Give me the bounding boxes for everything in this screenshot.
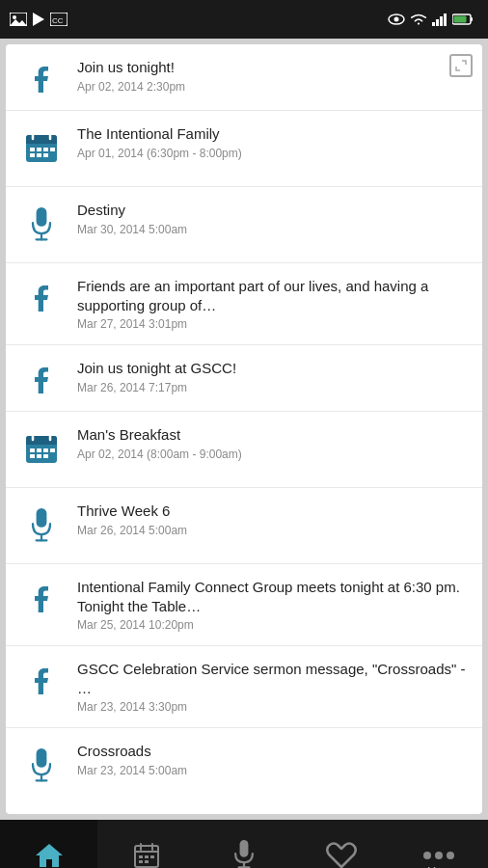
svg-rect-54 bbox=[150, 855, 154, 858]
item-text-block: Crossroads Mar 23, 2014 5:00am bbox=[77, 742, 471, 777]
calendar-icon bbox=[17, 425, 66, 474]
nav-item-home[interactable]: Home bbox=[0, 820, 97, 868]
main-container: Join us tonight! Apr 02, 2014 2:30pm The bbox=[0, 39, 488, 820]
microphone-icon bbox=[17, 742, 66, 790]
svg-point-6 bbox=[394, 17, 399, 22]
item-date: Mar 26, 2014 5:00am bbox=[77, 524, 471, 537]
item-date: Mar 23, 2014 5:00am bbox=[77, 764, 471, 777]
item-date: Apr 01, 2014 (6:30pm - 8:00pm) bbox=[77, 147, 471, 160]
item-date: Mar 30, 2014 5:00am bbox=[77, 223, 471, 236]
svg-rect-24 bbox=[37, 153, 41, 157]
facebook-icon bbox=[17, 359, 66, 397]
item-date: Mar 26, 2014 7:17pm bbox=[77, 381, 471, 394]
item-title: Man's Breakfast bbox=[77, 425, 471, 445]
item-date: Mar 25, 2014 10:20pm bbox=[77, 618, 471, 632]
facebook-icon bbox=[17, 578, 66, 616]
svg-rect-13 bbox=[454, 16, 467, 23]
item-title: Join us tonight at GSCC! bbox=[77, 359, 471, 378]
svg-rect-8 bbox=[436, 19, 439, 26]
item-date: Apr 02, 2014 2:30pm bbox=[77, 80, 471, 94]
svg-rect-7 bbox=[432, 22, 435, 26]
svg-rect-22 bbox=[50, 148, 55, 151]
item-text-block: Join us tonight! Apr 02, 2014 2:30pm bbox=[77, 58, 471, 94]
svg-rect-57 bbox=[240, 840, 249, 857]
status-bar: CC bbox=[0, 0, 488, 39]
nav-item-more[interactable]: More bbox=[391, 820, 488, 868]
feed-item[interactable]: Destiny Mar 30, 2014 5:00am bbox=[6, 187, 482, 263]
svg-marker-2 bbox=[33, 13, 44, 26]
item-title: Intentional Family Connect Group meets t… bbox=[77, 578, 471, 615]
svg-rect-37 bbox=[50, 448, 55, 452]
feed-item[interactable]: Thrive Week 6 Mar 26, 2014 5:00am bbox=[6, 488, 482, 564]
microphone-icon bbox=[17, 201, 66, 249]
bottom-navigation: Home Events Sermons Give bbox=[0, 820, 488, 868]
item-text-block: Destiny Mar 30, 2014 5:00am bbox=[77, 201, 471, 236]
item-text-block: Friends are an important part of our liv… bbox=[77, 277, 471, 331]
svg-rect-34 bbox=[30, 448, 35, 452]
svg-rect-36 bbox=[43, 448, 48, 452]
svg-point-61 bbox=[435, 852, 443, 859]
facebook-icon bbox=[17, 660, 66, 698]
nav-item-give[interactable]: Give bbox=[293, 820, 391, 868]
item-text-block: Man's Breakfast Apr 02, 2014 (8:00am - 9… bbox=[77, 425, 471, 461]
nav-item-sermons[interactable]: Sermons bbox=[195, 820, 292, 868]
feed-item[interactable]: Friends are an important part of our liv… bbox=[6, 263, 482, 345]
item-text-block: Thrive Week 6 Mar 26, 2014 5:00am bbox=[77, 502, 471, 537]
svg-point-62 bbox=[447, 852, 454, 859]
item-title: GSCC Celebration Service sermon message,… bbox=[77, 660, 471, 697]
feed-item[interactable]: GSCC Celebration Service sermon message,… bbox=[6, 646, 482, 728]
svg-rect-56 bbox=[145, 860, 149, 863]
microphone-icon bbox=[17, 502, 66, 550]
item-date: Apr 02, 2014 (8:00am - 9:00am) bbox=[77, 448, 471, 461]
svg-rect-23 bbox=[30, 153, 35, 157]
svg-rect-19 bbox=[30, 148, 35, 151]
svg-point-1 bbox=[13, 15, 16, 19]
item-title: Friends are an important part of our liv… bbox=[77, 277, 471, 314]
item-date: Mar 27, 2014 3:01pm bbox=[77, 317, 471, 331]
svg-rect-12 bbox=[471, 17, 473, 21]
status-left-icons: CC bbox=[10, 13, 68, 26]
facebook-icon bbox=[17, 277, 66, 315]
svg-rect-26 bbox=[37, 207, 47, 227]
feed-item[interactable]: Join us tonight at GSCC! Mar 26, 2014 7:… bbox=[6, 345, 482, 412]
svg-text:CC: CC bbox=[52, 16, 64, 25]
svg-rect-16 bbox=[26, 141, 57, 144]
feed-item[interactable]: Join us tonight! Apr 02, 2014 2:30pm bbox=[6, 44, 482, 111]
svg-rect-9 bbox=[440, 16, 443, 26]
item-text-block: GSCC Celebration Service sermon message,… bbox=[77, 660, 471, 714]
svg-rect-38 bbox=[30, 454, 35, 458]
feed-item[interactable]: The Intentional Family Apr 01, 2014 (6:3… bbox=[6, 111, 482, 187]
item-text-block: Intentional Family Connect Group meets t… bbox=[77, 578, 471, 632]
feed-list[interactable]: Join us tonight! Apr 02, 2014 2:30pm The bbox=[6, 44, 482, 814]
feed-item[interactable]: Crossroads Mar 23, 2014 5:00am bbox=[6, 728, 482, 803]
item-date: Mar 23, 2014 3:30pm bbox=[77, 700, 471, 714]
svg-rect-20 bbox=[37, 148, 41, 151]
item-title: The Intentional Family bbox=[77, 124, 471, 144]
item-title: Thrive Week 6 bbox=[77, 502, 471, 521]
svg-rect-25 bbox=[43, 153, 48, 157]
svg-rect-41 bbox=[37, 508, 47, 528]
item-title: Join us tonight! bbox=[77, 58, 471, 77]
svg-point-60 bbox=[423, 852, 431, 859]
svg-rect-10 bbox=[444, 14, 447, 26]
svg-rect-53 bbox=[145, 855, 149, 858]
svg-rect-55 bbox=[139, 860, 143, 863]
calendar-icon bbox=[17, 124, 66, 173]
svg-rect-39 bbox=[37, 454, 41, 458]
feed-item[interactable]: Man's Breakfast Apr 02, 2014 (8:00am - 9… bbox=[6, 412, 482, 488]
feed-item[interactable]: Intentional Family Connect Group meets t… bbox=[6, 564, 482, 646]
status-right-icons bbox=[388, 13, 478, 26]
expand-button[interactable] bbox=[449, 54, 473, 77]
svg-rect-21 bbox=[43, 148, 48, 151]
item-title: Destiny bbox=[77, 201, 471, 220]
item-text-block: Join us tonight at GSCC! Mar 26, 2014 7:… bbox=[77, 359, 471, 394]
nav-item-events[interactable]: Events bbox=[97, 820, 195, 868]
svg-marker-47 bbox=[36, 844, 63, 867]
item-text-block: The Intentional Family Apr 01, 2014 (6:3… bbox=[77, 124, 471, 160]
facebook-icon bbox=[17, 58, 66, 96]
svg-rect-40 bbox=[43, 454, 48, 458]
item-title: Crossroads bbox=[77, 742, 471, 761]
svg-rect-44 bbox=[37, 748, 47, 768]
svg-rect-35 bbox=[37, 448, 41, 452]
svg-rect-31 bbox=[26, 442, 57, 445]
